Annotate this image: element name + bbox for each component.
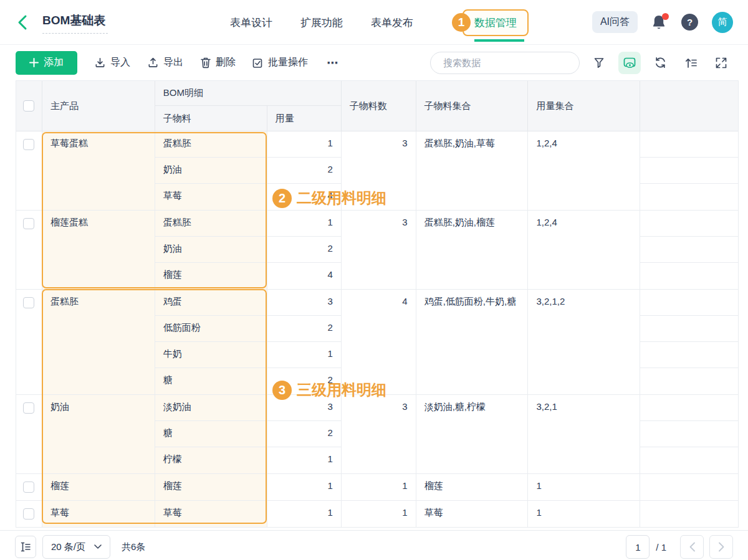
table-row[interactable]: 榴莲榴莲11榴莲1 [16, 474, 738, 501]
detail-subrow: 淡奶油3 [155, 395, 342, 421]
cell-sub-material: 淡奶油 [155, 395, 267, 421]
export-icon [147, 57, 159, 69]
table-row[interactable]: 草莓草莓11草莓1 [16, 501, 738, 528]
row-checkbox[interactable] [23, 402, 34, 414]
sort-arrow-icon [684, 57, 698, 69]
chevron-left-icon [689, 542, 696, 552]
row-checkbox[interactable] [23, 508, 34, 520]
detail-subrow: 糖2 [155, 368, 342, 394]
select-all-checkbox[interactable] [23, 100, 34, 112]
empty-subcell [640, 158, 738, 184]
col-group-bom-detail: BOM明细 子物料 用量 [155, 81, 342, 131]
empty-subcell [640, 368, 738, 394]
export-button[interactable]: 导出 [147, 56, 183, 69]
col-header-material-set[interactable]: 子物料集合 [416, 81, 529, 131]
total-count: 共6条 [122, 541, 145, 553]
cell-sub-material: 蛋糕胚 [155, 131, 267, 158]
eye-card-icon [623, 56, 636, 70]
empty-subcell [640, 184, 738, 210]
row-height-icon [20, 541, 31, 553]
col-header-sub-material[interactable]: 子物料 [155, 106, 267, 131]
cell-usage: 3 [267, 290, 342, 316]
tab-extensions[interactable]: 扩展功能 [300, 16, 343, 30]
row-checkbox[interactable] [23, 482, 34, 493]
cell-sub-material: 奶油 [155, 158, 267, 184]
cell-main-product: 奶油 [42, 395, 155, 473]
page-total-label: / 1 [656, 542, 666, 553]
page-size-select[interactable]: 20 条/页 [42, 535, 110, 559]
detail-subrow: 柠檬1 [155, 447, 342, 473]
delete-button[interactable]: 删除 [200, 56, 236, 69]
cell-sub-material: 蛋糕胚 [155, 211, 267, 237]
fullscreen-button[interactable] [710, 52, 732, 74]
ai-qa-button[interactable]: AI问答 [592, 11, 638, 33]
cell-usage: 3 [267, 395, 342, 421]
sort-button[interactable] [679, 52, 702, 74]
tab-form-design[interactable]: 表单设计 [230, 16, 272, 30]
cell-usage: 1 [267, 131, 342, 158]
back-icon[interactable] [15, 14, 31, 31]
app-header: BOM基础表 表单设计 扩展功能 表单发布 1 数据管理 AI问答 ? 简 [0, 0, 748, 45]
header-actions: AI问答 ? 简 [592, 11, 733, 33]
cell-material-set: 蛋糕胚,奶油,草莓 [416, 131, 529, 210]
cell-usage: 1 [267, 501, 342, 527]
cell-usage-set: 1 [528, 474, 640, 500]
table-footer: 20 条/页 共6条 1 / 1 [0, 530, 748, 560]
col-header-bom-group[interactable]: BOM明细 [155, 81, 342, 106]
cell-extra [640, 211, 738, 289]
table-row[interactable]: 蛋糕胚鸡蛋3低筋面粉2牛奶1糖24鸡蛋,低筋面粉,牛奶,糖3,2,1,2 [16, 290, 738, 395]
next-page-button[interactable] [709, 535, 733, 559]
row-checkbox[interactable] [23, 218, 34, 229]
header-checkbox-cell [16, 81, 42, 131]
refresh-icon [654, 56, 667, 69]
refresh-button[interactable] [649, 52, 671, 74]
search-input[interactable] [443, 57, 567, 68]
funnel-icon [593, 57, 605, 69]
add-button[interactable]: 添加 [16, 51, 77, 75]
detail-subrow: 草莓1 [155, 501, 342, 527]
notifications-bell-icon[interactable] [651, 14, 668, 31]
notification-badge [662, 13, 669, 20]
prev-page-button[interactable] [680, 535, 704, 559]
filter-button[interactable] [588, 52, 610, 74]
current-page-input[interactable]: 1 [626, 535, 650, 559]
cell-main-product: 榴莲蛋糕 [42, 211, 155, 289]
row-checkbox[interactable] [23, 139, 34, 150]
tab-form-publish[interactable]: 表单发布 [371, 16, 413, 30]
pagination: 1 / 1 [626, 535, 733, 559]
field-display-button[interactable] [618, 52, 641, 74]
table-row[interactable]: 榴莲蛋糕蛋糕胚1奶油2榴莲43蛋糕胚,奶油,榴莲1,2,4 [16, 211, 738, 290]
table-row[interactable]: 草莓蛋糕蛋糕胚1奶油2草莓43蛋糕胚,奶油,草莓1,2,4 [16, 131, 738, 211]
batch-ops-button[interactable]: 批量操作 [252, 56, 308, 69]
cell-sub-material: 糖 [155, 368, 267, 394]
avatar[interactable]: 简 [712, 12, 733, 33]
cell-material-set: 榴莲 [416, 474, 529, 500]
table-row[interactable]: 奶油淡奶油3糖2柠檬13淡奶油,糖,柠檬3,2,1 [16, 395, 738, 474]
more-actions-button[interactable]: ⋯ [327, 56, 339, 70]
bom-detail-subrows: 蛋糕胚1奶油2榴莲4 [155, 211, 342, 289]
bom-detail-subrows: 草莓1 [155, 501, 342, 527]
cell-usage: 1 [267, 342, 342, 368]
row-checkbox[interactable] [23, 297, 34, 308]
cell-usage: 4 [267, 263, 342, 289]
tab-data-management[interactable]: 数据管理 [463, 9, 529, 36]
detail-subrow: 榴莲1 [155, 474, 342, 500]
detail-subrow: 牛奶1 [155, 342, 342, 368]
row-checkbox-cell [16, 211, 42, 289]
batch-check-icon [252, 57, 264, 69]
cell-extra [640, 501, 738, 527]
import-button[interactable]: 导入 [94, 56, 130, 69]
help-icon[interactable]: ? [681, 14, 698, 31]
active-tab-indicator [474, 39, 524, 42]
cell-sub-count: 3 [342, 211, 416, 289]
detail-subrow: 榴莲4 [155, 263, 342, 289]
cell-sub-material: 牛奶 [155, 342, 267, 368]
col-header-main-product[interactable]: 主产品 [42, 81, 155, 131]
table-body: 草莓蛋糕蛋糕胚1奶油2草莓43蛋糕胚,奶油,草莓1,2,4榴莲蛋糕蛋糕胚1奶油2… [16, 131, 738, 528]
col-header-usage[interactable]: 用量 [267, 106, 342, 131]
row-height-button[interactable] [15, 536, 36, 558]
col-header-usage-set[interactable]: 用量集合 [528, 81, 640, 131]
col-header-sub-count[interactable]: 子物料数 [342, 81, 416, 131]
cell-usage: 2 [267, 316, 342, 342]
chevron-right-icon [718, 542, 725, 552]
